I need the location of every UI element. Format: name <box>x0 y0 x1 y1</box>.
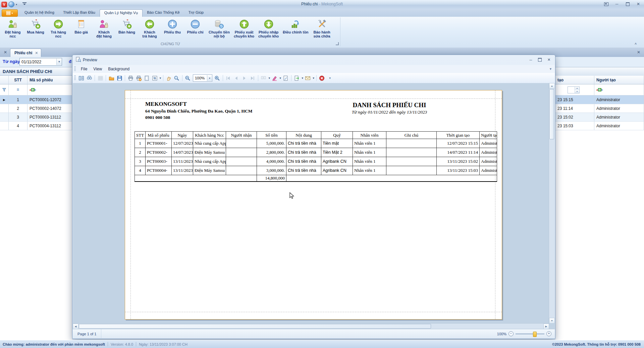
ribbon-button-phieu-chi[interactable]: Phiếu chi <box>184 18 207 35</box>
ribbon-button-bao-gia[interactable]: Báo giá <box>70 18 93 35</box>
payment-list-row-right-3[interactable]: 23 15:02Administrator <box>555 113 644 122</box>
preview-titlebar[interactable]: Preview ─ ✕ <box>72 55 555 65</box>
minimize-icon[interactable]: ─ <box>613 1 621 7</box>
column-header-stt[interactable]: STT <box>9 76 28 84</box>
preview-horizontal-scrollbar[interactable]: ◀ ▶ <box>73 323 549 329</box>
ribbon-button-ban-hang[interactable]: Bán hàng <box>115 18 138 35</box>
tab-close-icon[interactable]: ✕ <box>35 51 38 55</box>
scroll-left-icon[interactable]: ◀ <box>73 324 78 329</box>
zoom-in-button[interactable]: + <box>546 331 551 336</box>
preview-minimize-icon[interactable]: ─ <box>527 57 534 63</box>
grid-filter-row[interactable]: =aBc <box>0 84 72 95</box>
scroll-down-icon[interactable]: ▼ <box>549 318 555 324</box>
application-menu-button[interactable]: ▾ <box>2 9 18 17</box>
menu-item-view[interactable]: View <box>90 66 105 72</box>
ribbon-button-khach-dat-hang[interactable]: Kháchđặt hàng <box>93 18 115 39</box>
ribbon-button-tra-hang-ncc[interactable]: Trả hàngncc <box>47 18 70 39</box>
quick-print-icon[interactable] <box>135 74 143 82</box>
filter-thoi-gian-tao[interactable]: ▲▼ <box>555 84 594 95</box>
from-date-input[interactable]: 01/11/2022 ▼ <box>19 58 62 66</box>
fullscreen-icon[interactable] <box>602 1 610 7</box>
payment-list-row-4[interactable]: 4PCT00004-13112 <box>0 122 72 130</box>
dropdown-arrow-icon[interactable]: ▼ <box>301 77 304 80</box>
scale-icon[interactable] <box>151 74 159 82</box>
ribbon-button-phieu-nhap-chuyen-kho[interactable]: Phiếu nhậpchuyển kho <box>256 18 281 39</box>
print-icon[interactable] <box>126 74 135 82</box>
save-icon[interactable] <box>115 74 123 82</box>
table-data-row-2: 2PCT00002-14/07/2023Điện Máy Samsu2,800,… <box>135 148 497 157</box>
dropdown-arrow-icon[interactable]: ▼ <box>159 77 162 80</box>
zoom-out-button[interactable]: − <box>508 331 514 336</box>
company-phone: 0901 000 508 <box>145 115 252 120</box>
dropdown-arrow-icon[interactable]: ▼ <box>279 77 282 80</box>
ribbon-collapse-button[interactable]: ^ <box>635 43 637 46</box>
zoom-in-icon[interactable] <box>213 74 221 82</box>
from-date-dropdown-icon[interactable]: ▼ <box>56 59 62 65</box>
page-color-icon[interactable] <box>271 74 279 82</box>
email-icon[interactable] <box>304 74 312 82</box>
close-icon[interactable]: ✕ <box>635 1 642 7</box>
zoom-slider-thumb[interactable] <box>533 332 537 337</box>
zoom-out-icon[interactable] <box>184 74 192 82</box>
ribbon-button-dieu-chinh-ton[interactable]: Điều chỉnh tồn <box>281 18 310 35</box>
preview-vertical-scrollbar[interactable]: ▲ ▼ <box>549 83 555 324</box>
group-dialog-launcher-icon[interactable] <box>336 42 339 45</box>
ribbon-tab-bao-cao-thong-ke[interactable]: Báo Cáo Thống Kê <box>143 9 184 17</box>
magnifier-icon[interactable] <box>173 74 181 82</box>
hscroll-thumb[interactable] <box>79 324 431 329</box>
toolbar-overflow-icon[interactable]: ▼ <box>326 74 334 82</box>
menubar-overflow-icon[interactable]: ▼ <box>549 67 552 71</box>
close-preview-icon[interactable] <box>318 74 326 82</box>
column-header-tao[interactable]: tạo <box>555 76 594 84</box>
payment-list-row-3[interactable]: 3PCT00003-13112 <box>0 113 72 122</box>
preview-maximize-icon[interactable] <box>536 57 543 63</box>
vscroll-thumb[interactable] <box>549 89 554 139</box>
hand-tool-icon[interactable] <box>165 74 173 82</box>
payment-list-row-2[interactable]: 2PCT00002-14072 <box>0 104 72 113</box>
filter-edit-icon[interactable] <box>0 84 9 95</box>
ribbon-tab-quan-tri-he-thong[interactable]: Quản trị hệ thống <box>20 9 59 17</box>
ribbon-tab-quan-ly-nghiep-vu[interactable]: Quản Lý Nghiệp Vụ <box>100 9 143 17</box>
combo-dropdown-icon[interactable]: ▼ <box>207 75 212 81</box>
payment-list-row-right-4[interactable]: 23 15:03Administrator <box>555 122 644 130</box>
filter-nguoi-tao[interactable]: aBc <box>594 84 644 95</box>
ribbon-button-khach-tra-hang[interactable]: Kháchtrả hàng <box>138 18 161 39</box>
export-icon[interactable] <box>293 74 301 82</box>
ribbon-button-phieu-thu[interactable]: Phiếu thu <box>161 18 184 35</box>
payment-list-row-1[interactable]: ▶1PCT00001-12072 <box>0 95 72 104</box>
ribbon-tab-tro-giup[interactable]: Trợ Giúp <box>184 9 208 17</box>
menu-item-file[interactable]: File <box>78 66 90 72</box>
column-header-ma-so-phieu[interactable]: Mã số phiếu <box>28 76 72 84</box>
zoom-slider[interactable] <box>516 334 544 334</box>
zoom-level-combo[interactable]: 100%▼ <box>193 74 212 82</box>
date-filter-spinner[interactable]: ▲▼ <box>568 86 580 93</box>
open-icon[interactable] <box>107 74 115 82</box>
document-map-icon[interactable] <box>77 74 85 82</box>
tab-phieu-chi[interactable]: Phiếu chi ✕ <box>10 49 41 57</box>
ribbon-button-mua-hang[interactable]: Mua hàng <box>24 18 47 35</box>
ribbon-button-bao-hanh-sua-chua[interactable]: Bảo hànhsửa chữa <box>311 18 333 39</box>
dropdown-arrow-icon[interactable]: ▼ <box>312 77 315 80</box>
find-icon[interactable] <box>85 74 93 82</box>
ribbon-button-dat-hang-ncc[interactable]: Đặt hàngncc <box>1 18 24 39</box>
scroll-right-icon[interactable]: ▶ <box>543 324 549 329</box>
dropdown-arrow-icon[interactable]: ▼ <box>268 77 271 80</box>
toolbar-separator <box>95 75 95 81</box>
ribbon-button-chuyen-tien-noi-bo[interactable]: Chuyển tiềnnội bộ <box>207 18 232 39</box>
filter-stt[interactable]: = <box>9 84 28 95</box>
page-setup-icon[interactable] <box>143 74 151 82</box>
payment-list-row-right-1[interactable]: 23 15:15Administrator <box>555 95 644 104</box>
payment-list-row-right-2[interactable]: 23 11:14Administrator <box>555 104 644 113</box>
maximize-icon[interactable] <box>624 1 631 7</box>
watermark-icon[interactable] <box>282 74 290 82</box>
tabbar-close-button[interactable]: ✕ <box>636 50 641 55</box>
menu-item-background[interactable]: Background <box>105 66 132 72</box>
column-header-nguoi-tao[interactable]: Người tạo <box>594 76 644 84</box>
scroll-up-icon[interactable]: ▲ <box>549 83 555 89</box>
preview-close-icon[interactable]: ✕ <box>545 57 552 63</box>
ribbon-tab-thiet-lap-ban-dau[interactable]: Thiết Lập Ban Đầu <box>59 9 100 17</box>
filter-ma-so-phieu[interactable]: aBc <box>28 84 72 95</box>
grid-filter-row-right[interactable]: ▲▼aBc <box>555 84 644 95</box>
ribbon-button-phieu-xuat-chuyen-kho[interactable]: Phiếu xuấtchuyển kho <box>232 18 256 39</box>
close-document-button[interactable]: ✕ <box>3 50 8 55</box>
